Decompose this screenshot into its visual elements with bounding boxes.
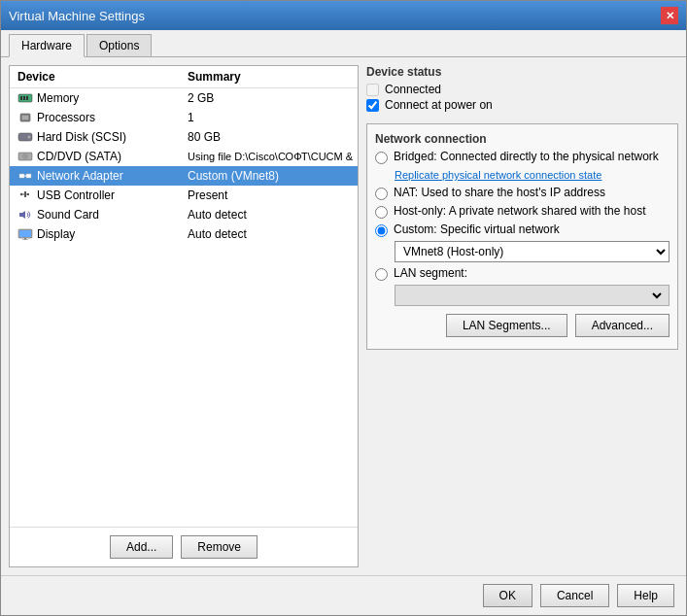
lan-segment-dropdown[interactable] (399, 288, 665, 303)
table-row[interactable]: CD/DVD (SATA) Using file D:\Cisco\СОФТ\C… (10, 147, 358, 166)
table-body: Memory 2 GB Processors 1 (10, 88, 358, 527)
usb-icon (17, 189, 33, 201)
network-icon (17, 170, 33, 182)
table-row[interactable]: USB Controller Present (10, 186, 358, 205)
connected-row: Connected (366, 83, 678, 96)
connect-power-row: Connect at power on (366, 98, 678, 112)
tab-options[interactable]: Options (86, 34, 152, 56)
tab-hardware[interactable]: Hardware (9, 34, 85, 57)
col-summary: Summary (184, 68, 354, 86)
table-row[interactable]: Hard Disk (SCSI) 80 GB (10, 127, 358, 147)
display-icon (17, 228, 33, 240)
sound-icon (17, 209, 33, 221)
memory-icon (17, 92, 33, 104)
svg-rect-20 (22, 239, 28, 240)
svg-rect-1 (20, 96, 22, 100)
custom-radio[interactable] (375, 224, 388, 237)
bridged-radio[interactable] (375, 152, 388, 164)
cancel-button[interactable]: Cancel (540, 584, 609, 607)
table-row[interactable]: Display Auto detect (10, 224, 358, 244)
network-connection-section: Network connection Bridged: Connected di… (366, 123, 678, 350)
nat-radio[interactable] (375, 188, 388, 200)
host-only-label: Host-only: A private network shared with… (394, 204, 645, 218)
device-status-title: Device status (366, 65, 678, 79)
add-button[interactable]: Add... (110, 535, 173, 559)
device-status-section: Device status Connected Connect at power… (366, 65, 678, 114)
svg-point-10 (24, 155, 26, 157)
lan-input-row (395, 285, 670, 306)
harddisk-icon (17, 131, 33, 143)
replicate-link[interactable]: Replicate physical network connection st… (395, 169, 601, 181)
advanced-button[interactable]: Advanced... (575, 314, 670, 337)
right-panel: Device status Connected Connect at power… (366, 65, 678, 567)
table-header: Device Summary (10, 66, 358, 88)
vmnet-dropdown[interactable]: VMnet8 (Host-only) (395, 241, 670, 262)
ok-button[interactable]: OK (483, 584, 532, 607)
svg-rect-12 (26, 174, 31, 178)
host-only-radio[interactable] (375, 206, 388, 219)
table-row[interactable]: Memory 2 GB (10, 88, 358, 108)
footer-buttons: OK Cancel Help (1, 575, 686, 615)
tab-bar: Hardware Options (1, 30, 686, 57)
left-panel-buttons: Add... Remove (10, 527, 358, 566)
svg-marker-16 (19, 211, 25, 219)
col-device: Device (14, 68, 184, 86)
lan-segments-button[interactable]: LAN Segments... (446, 314, 567, 337)
svg-rect-5 (22, 116, 28, 120)
custom-row: Custom: Specific virtual network (375, 222, 670, 237)
custom-label: Custom: Specific virtual network (394, 222, 560, 236)
svg-rect-3 (26, 96, 28, 100)
lan-segment-input (395, 285, 670, 306)
bridged-row: Bridged: Connected directly to the physi… (375, 150, 670, 164)
device-table-panel: Device Summary Memory 2 GB (9, 65, 359, 567)
svg-point-14 (20, 193, 22, 195)
svg-rect-15 (27, 193, 29, 195)
lan-segment-radio[interactable] (375, 268, 388, 281)
help-button[interactable]: Help (617, 584, 674, 607)
title-bar: Virtual Machine Settings ✕ (1, 1, 686, 30)
table-row-network-adapter[interactable]: Network Adapter Custom (VMnet8) (10, 166, 358, 186)
nat-label: NAT: Used to share the host's IP address (394, 186, 605, 199)
connected-checkbox[interactable] (366, 84, 379, 96)
bridged-label: Bridged: Connected directly to the physi… (394, 150, 659, 163)
main-content: Device Summary Memory 2 GB (1, 57, 686, 575)
table-row[interactable]: Sound Card Auto detect (10, 205, 358, 224)
window-title: Virtual Machine Settings (9, 9, 145, 23)
svg-rect-11 (19, 174, 24, 178)
main-window: Virtual Machine Settings ✕ Hardware Opti… (0, 0, 687, 616)
connect-power-checkbox[interactable] (366, 99, 379, 112)
connected-label: Connected (385, 83, 441, 96)
network-bottom-buttons: LAN Segments... Advanced... (375, 310, 670, 341)
svg-rect-2 (23, 96, 25, 100)
lan-segment-label: LAN segment: (394, 266, 467, 280)
nat-row: NAT: Used to share the host's IP address (375, 186, 670, 200)
host-only-row: Host-only: A private network shared with… (375, 204, 670, 219)
close-button[interactable]: ✕ (661, 7, 678, 24)
lan-segment-row: LAN segment: (375, 266, 670, 281)
svg-rect-18 (19, 230, 31, 237)
processor-icon (17, 112, 33, 123)
table-row[interactable]: Processors 1 (10, 108, 358, 127)
network-connection-title: Network connection (375, 132, 670, 146)
svg-point-7 (28, 136, 31, 139)
vmnet-dropdown-row: VMnet8 (Host-only) (395, 241, 670, 262)
connect-power-label: Connect at power on (385, 98, 493, 112)
remove-button[interactable]: Remove (181, 535, 258, 559)
cdrom-icon (17, 151, 33, 162)
